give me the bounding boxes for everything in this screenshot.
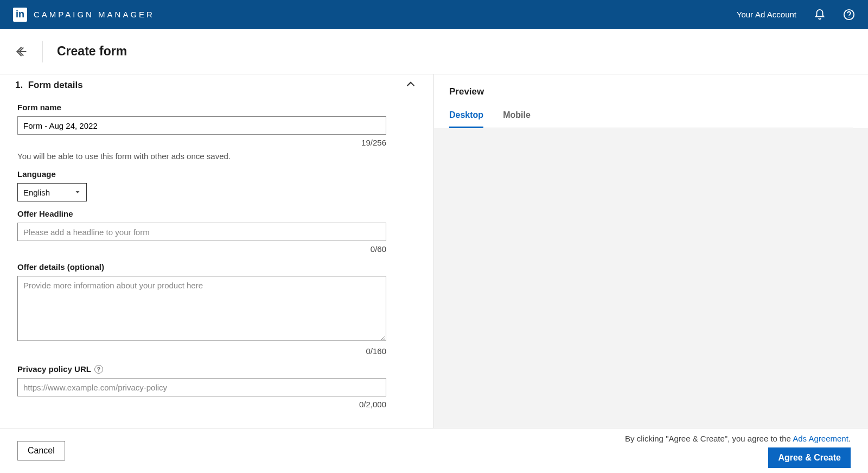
section-header[interactable]: 1. Form details [0, 74, 433, 97]
back-arrow-icon[interactable] [13, 43, 30, 60]
linkedin-logo: in [13, 8, 27, 22]
notifications-icon[interactable] [814, 9, 826, 21]
preview-tabs: Desktop Mobile [449, 110, 853, 128]
privacy-help-icon[interactable]: ? [94, 365, 103, 374]
disclaimer-text: By clicking "Agree & Create", you agree … [625, 434, 851, 443]
language-label: Language [17, 169, 416, 179]
help-icon[interactable] [843, 9, 855, 21]
offer-headline-input[interactable] [17, 223, 386, 241]
offer-headline-counter: 0/60 [17, 244, 386, 254]
page-title: Create form [57, 44, 127, 59]
form-column: 1. Form details Form name 19/256 You wil… [0, 74, 434, 428]
offer-details-label: Offer details (optional) [17, 262, 416, 272]
account-name: Ad Account [755, 10, 796, 19]
preview-column: Preview Desktop Mobile [434, 74, 868, 428]
svg-point-1 [848, 17, 849, 17]
section-number: 1. [15, 80, 23, 90]
chevron-up-icon[interactable] [405, 79, 416, 92]
privacy-url-input[interactable] [17, 378, 386, 396]
preview-canvas [434, 128, 868, 428]
form-name-hint: You will be able to use this form with o… [17, 152, 416, 161]
privacy-url-counter: 0/2,000 [17, 400, 386, 409]
language-select[interactable]: English [17, 183, 87, 201]
tab-desktop[interactable]: Desktop [449, 110, 483, 128]
page-header: Create form [0, 29, 868, 74]
language-value: English [23, 188, 50, 197]
form-name-label: Form name [17, 103, 416, 112]
divider [42, 41, 43, 62]
ads-agreement-link[interactable]: Ads Agreement [793, 434, 848, 443]
cancel-button[interactable]: Cancel [17, 441, 65, 461]
account-prefix: Your [737, 10, 753, 19]
form-name-input[interactable] [17, 116, 386, 135]
ad-account-switcher[interactable]: Your Ad Account [737, 10, 796, 19]
offer-details-textarea[interactable] [17, 276, 386, 341]
tab-mobile[interactable]: Mobile [503, 110, 531, 128]
caret-down-icon [74, 188, 81, 197]
form-name-counter: 19/256 [17, 138, 386, 147]
preview-title: Preview [449, 86, 853, 97]
brand-text: CAMPAIGN MANAGER [34, 10, 155, 19]
topbar: in CAMPAIGN MANAGER Your Ad Account [0, 0, 868, 29]
privacy-url-label: Privacy policy URL [17, 364, 91, 374]
offer-headline-label: Offer Headline [17, 209, 416, 218]
offer-details-counter: 0/160 [17, 346, 386, 356]
section-title-text: Form details [28, 80, 83, 90]
agree-create-button[interactable]: Agree & Create [768, 447, 851, 468]
footer: Cancel By clicking "Agree & Create", you… [0, 428, 868, 473]
